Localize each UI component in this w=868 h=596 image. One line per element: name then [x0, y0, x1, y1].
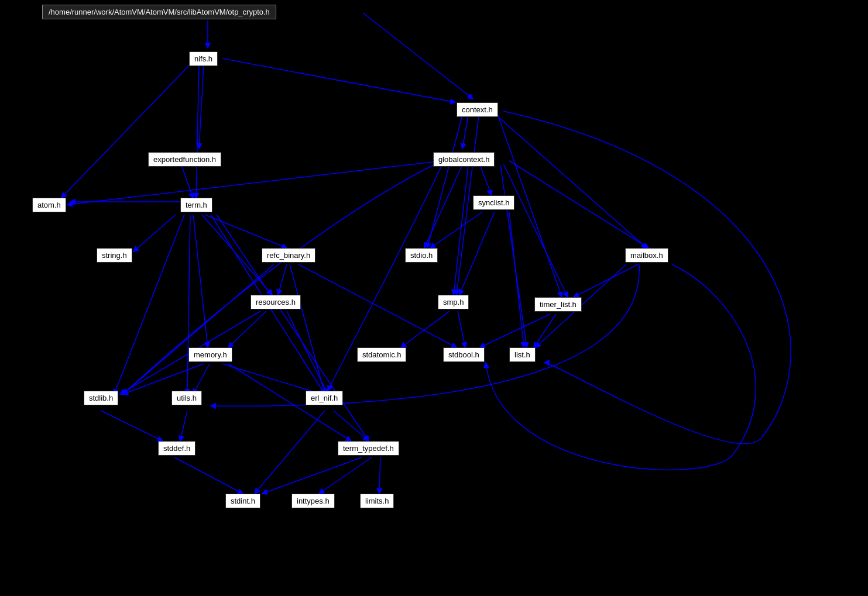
- svg-line-33: [123, 264, 274, 394]
- node-refc-binary: refc_binary.h: [262, 248, 315, 263]
- svg-line-2: [363, 13, 473, 99]
- node-memory: memory.h: [188, 347, 232, 362]
- svg-line-51: [187, 215, 190, 394]
- svg-line-56: [480, 314, 550, 347]
- svg-line-52: [299, 264, 457, 347]
- svg-line-46: [262, 457, 362, 494]
- svg-line-16: [503, 164, 568, 297]
- svg-line-15: [509, 161, 649, 248]
- node-term: term.h: [180, 198, 212, 212]
- node-context: context.h: [457, 102, 498, 117]
- svg-line-42: [180, 411, 187, 441]
- node-exportedfunction: exportedfunction.h: [148, 152, 221, 167]
- svg-line-44: [255, 411, 325, 494]
- node-stdint: stdint.h: [225, 494, 260, 508]
- svg-line-32: [278, 264, 287, 295]
- svg-line-50: [61, 64, 190, 198]
- node-stdlib: stdlib.h: [84, 391, 118, 405]
- svg-line-47: [319, 457, 372, 494]
- node-nifs: nifs.h: [189, 51, 218, 66]
- svg-line-28: [509, 212, 524, 347]
- svg-line-37: [458, 311, 465, 347]
- node-stdatomic: stdatomic.h: [357, 347, 406, 362]
- svg-line-9: [492, 111, 647, 248]
- node-erl-nif: erl_nif.h: [306, 391, 343, 405]
- svg-line-7: [427, 115, 462, 248]
- svg-line-38: [534, 314, 556, 347]
- node-timer-list: timer_list.h: [534, 297, 582, 312]
- node-globalcontext: globalcontext.h: [433, 152, 495, 167]
- node-stddef: stddef.h: [158, 441, 195, 456]
- svg-line-34: [228, 311, 266, 347]
- svg-line-6: [462, 115, 468, 149]
- svg-line-18: [67, 161, 442, 205]
- node-limits: limits.h: [360, 494, 394, 508]
- node-string: string.h: [97, 248, 132, 263]
- node-stdio: stdio.h: [405, 248, 438, 263]
- otp-crypto-title: /home/runner/work/AtomVM/AtomVM/src/libA…: [42, 5, 276, 19]
- svg-line-26: [114, 215, 184, 394]
- node-synclist: synclist.h: [473, 195, 514, 210]
- node-smp: smp.h: [438, 295, 469, 309]
- svg-line-53: [290, 264, 325, 394]
- node-mailbox: mailbox.h: [625, 248, 668, 263]
- node-atom: atom.h: [32, 198, 66, 212]
- svg-line-11: [181, 165, 193, 198]
- svg-line-40: [193, 364, 210, 394]
- svg-line-45: [174, 457, 243, 494]
- svg-line-4: [222, 58, 455, 102]
- svg-line-13: [424, 165, 462, 248]
- node-utils: utils.h: [171, 391, 202, 405]
- svg-line-41: [222, 364, 322, 394]
- svg-line-49: [101, 411, 163, 441]
- svg-line-36: [401, 311, 450, 347]
- svg-line-30: [574, 264, 638, 297]
- node-term-typedef: term_typedef.h: [338, 441, 399, 456]
- svg-line-19: [133, 215, 176, 252]
- svg-line-5: [196, 64, 199, 198]
- node-resources: resources.h: [251, 295, 301, 309]
- node-list: list.h: [509, 347, 536, 362]
- svg-line-12: [480, 165, 492, 195]
- svg-line-20: [205, 215, 287, 248]
- svg-line-3: [199, 64, 204, 149]
- node-inttypes: inttypes.h: [291, 494, 335, 508]
- svg-line-48: [379, 457, 380, 494]
- node-stdbool: stdbool.h: [443, 347, 485, 362]
